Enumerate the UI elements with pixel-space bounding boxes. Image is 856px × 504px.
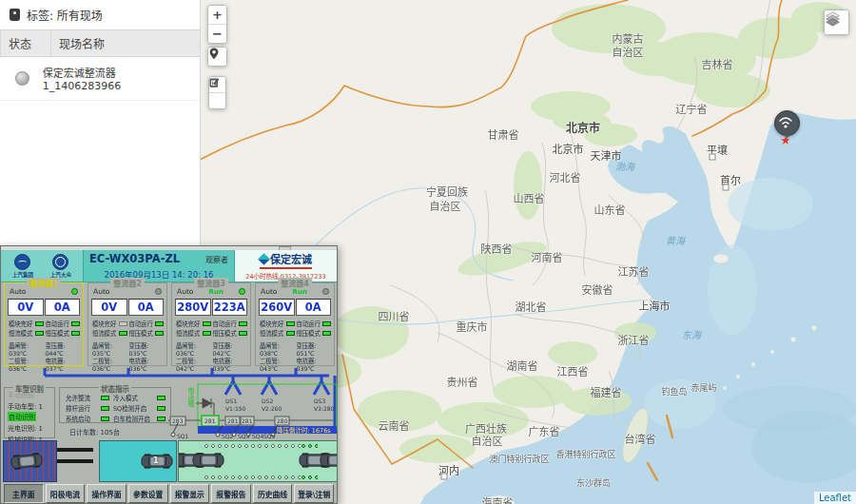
map-label: 澳门特别行政区 xyxy=(489,453,549,465)
svg-text:283: 283 xyxy=(172,417,184,424)
map-attribution[interactable]: Leaflet xyxy=(814,492,856,504)
optical-id-value: 光电识别: 1 xyxy=(5,421,54,433)
anode-beads-bottom xyxy=(204,475,301,480)
brand-diamond-icon xyxy=(258,253,270,265)
map-label: 湖南省 xyxy=(507,358,538,373)
mode-label: Auto xyxy=(261,287,277,296)
map-label: 贵州省 xyxy=(447,374,478,389)
map-label: 山西省 xyxy=(514,190,545,205)
locate-button[interactable] xyxy=(208,48,226,66)
map-label: 陕西省 xyxy=(481,241,513,256)
rinse-pool: 1 xyxy=(99,440,177,482)
map-label: 东沙群岛 xyxy=(576,476,611,489)
status-indication-box: 状态指示 允许整流 冷入模式 撞杆运行 SQ检测开启 系统启动 白车检测开启 xyxy=(59,387,171,423)
tab-operation[interactable]: 操作界面 xyxy=(87,484,126,503)
map-label: 黄海 xyxy=(666,233,685,247)
conveyor-bar xyxy=(57,459,93,463)
voltage-display: 280V xyxy=(175,299,211,316)
vehicle-id-title: 车型识别 xyxy=(13,383,46,394)
group-title: 整流器3 xyxy=(194,278,228,288)
map-label: 台湾省 xyxy=(625,431,656,446)
tab-anode-current[interactable]: 阳极电流 xyxy=(46,484,86,503)
tab-main-screen[interactable]: 主界面 xyxy=(4,484,44,503)
wifi-icon xyxy=(775,111,796,132)
svg-text:V3:280: V3:280 xyxy=(314,405,335,412)
mode-label: Auto xyxy=(93,287,109,296)
tab-history-curves[interactable]: 历史曲线 xyxy=(253,484,293,503)
svg-text:SQ3: SQ3 xyxy=(238,433,250,439)
run-label: Run xyxy=(293,288,307,296)
module-led xyxy=(239,288,245,295)
map-label: 吉林省 xyxy=(702,56,733,71)
svg-text:281: 281 xyxy=(204,417,216,424)
tag-icon xyxy=(10,9,20,21)
column-site-name[interactable]: 现场名称 xyxy=(50,30,112,56)
hmi-toolbar: 主界面 阳极电流 操作界面 参数设置 报警显示 报警报告 历史曲线 登录\注销 xyxy=(1,482,337,504)
tab-login-logout[interactable]: 登录\注销 xyxy=(294,484,334,503)
svg-text:DS1: DS1 xyxy=(225,397,237,404)
zoom-in-button[interactable]: + xyxy=(208,6,226,24)
map-label: 东海 xyxy=(682,327,701,341)
map-label: 山东省 xyxy=(594,202,626,217)
svg-text:281: 281 xyxy=(227,417,239,424)
tab-alarm-display[interactable]: 报警显示 xyxy=(170,484,210,503)
city-dot-marker xyxy=(441,474,448,480)
svg-text:SQ1: SQ1 xyxy=(177,433,189,439)
map-label: 甘肃省 xyxy=(488,126,519,142)
anode-beads-top xyxy=(204,443,301,449)
car-icon xyxy=(320,453,338,468)
site-row[interactable]: 保定宏诚整流器1_1406283966 xyxy=(0,57,200,101)
vehicle-id-box: 车型识别 手动识别 手动车型: 1 自动识别 光电识别: 1 机械识别: 1 xyxy=(4,387,55,438)
map-label: 安徽省 xyxy=(582,281,613,297)
anode-beads-top-active xyxy=(301,443,318,449)
saic-logo: 上汽集团 xyxy=(12,254,33,279)
svg-text:281: 281 xyxy=(242,417,253,424)
svg-text:V2:260: V2:260 xyxy=(262,405,282,412)
tag-filter-label: 标签: 所有现场 xyxy=(27,7,103,23)
svg-text:SQ5: SQ5 xyxy=(263,433,276,439)
anode-beads-bottom-active xyxy=(301,475,318,480)
locate-control xyxy=(207,47,227,67)
map-label: 渤海 xyxy=(615,159,634,173)
vw-logo: 上汽大众 xyxy=(50,254,71,279)
rectifier-group-4: 整流器4 AutoRun 260V0A 模块完好 自动运行 恒流模式 恒压模式 … xyxy=(255,282,335,366)
map-label: 四川省 xyxy=(379,308,410,323)
sidebar-header: 标签: 所有现场 xyxy=(0,0,200,29)
map-label: 自治区 xyxy=(613,44,644,59)
module-led xyxy=(322,288,329,295)
rectifier-group-1: 整流器1 Auto 0V0A 模块完好 自动运行 恒流模式 恒压模式 晶闸管: … xyxy=(4,282,84,366)
layers-control xyxy=(824,10,849,35)
entry-tank xyxy=(3,440,57,482)
car-icon xyxy=(192,453,224,468)
group-title: 整流器4 xyxy=(278,278,312,288)
map-label: 辽宁省 xyxy=(676,101,708,116)
map-label: 福建省 xyxy=(591,384,622,399)
auto-id-chip: 自动识别 xyxy=(8,412,36,421)
saic-logo-icon xyxy=(14,254,30,270)
rectifier-group-2: 整流器2 Auto 0V0A 模块完好 自动运行 恒流模式 恒压模式 晶闸管: … xyxy=(88,282,167,366)
map-label: 香港特别行政区 xyxy=(555,448,615,460)
delete-button[interactable] xyxy=(209,92,225,108)
tab-alarm-report[interactable]: 报警报告 xyxy=(211,484,251,503)
site-star-marker: ★ xyxy=(780,133,791,147)
zoom-out-button[interactable]: − xyxy=(208,24,226,43)
layers-button[interactable] xyxy=(825,10,848,34)
rectifier-group-3: 整流器3 AutoRun 280V223A 模块完好 自动运行 恒流模式 恒压模… xyxy=(171,282,251,366)
current-display: 0A xyxy=(296,299,332,316)
svg-text:DS3: DS3 xyxy=(314,397,325,404)
current-display: 0A xyxy=(128,299,165,316)
column-status[interactable]: 状态 xyxy=(0,30,50,56)
map-label: 浙江省 xyxy=(618,332,650,347)
daily-vehicle-count: 日计车数: 105台 xyxy=(69,427,120,436)
map-label: 云南省 xyxy=(379,417,410,433)
draw-control xyxy=(208,76,226,109)
site-cluster-marker[interactable] xyxy=(774,110,800,136)
svg-text:SQ2: SQ2 xyxy=(222,433,234,439)
ecoat-pool xyxy=(178,440,338,482)
tab-parameters[interactable]: 参数设置 xyxy=(128,484,168,503)
layers-icon xyxy=(825,10,841,27)
hmi-panel: ▲ 上汽集团 上汽大众 EC-WX03PA-ZL 观察者 2016年09月13日… xyxy=(0,245,338,504)
svg-text:SQ4: SQ4 xyxy=(252,433,264,439)
map-label: 自治区 xyxy=(472,433,503,448)
voltage-display: 0V xyxy=(8,299,44,316)
